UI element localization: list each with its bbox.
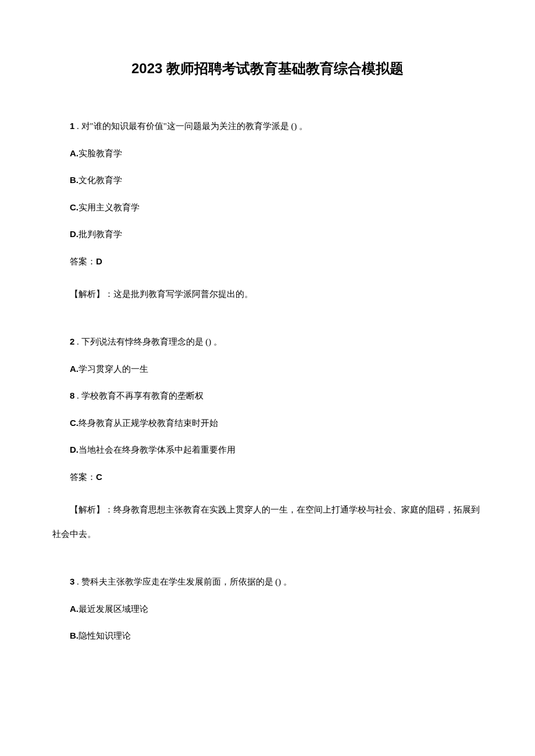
q2-stem: 2 . 下列说法有悖终身教育理念的是 () 。 xyxy=(52,335,483,349)
q2-answer-letter: C xyxy=(96,472,102,482)
q2-explanation: 【解析】：终身教育思想主张教育在实践上贯穿人的一生，在空间上打通学校与社会、家庭… xyxy=(52,497,483,546)
q3-stem: 3 . 赞科夫主张教学应走在学生发展前面，所依据的是 () 。 xyxy=(52,575,483,589)
q1-c-text: 实用主义教育学 xyxy=(79,203,140,212)
q1-option-c: C.实用主义教育学 xyxy=(52,201,483,214)
q1-stem-text: . 对"谁的知识最有价值"这一问题最为关注的教育学派是 () 。 xyxy=(74,121,308,131)
q1-c-letter: C. xyxy=(70,202,79,212)
q1-explanation: 【解析】：这是批判教育写学派阿普尔提出的。 xyxy=(52,282,483,306)
q3-b-text: 隐性知识理论 xyxy=(79,631,131,640)
q1-answer-label: 答案： xyxy=(70,257,96,266)
q2-c-letter: C. xyxy=(70,418,79,428)
q1-d-letter: D. xyxy=(70,229,79,239)
q2-a-text: 学习贯穿人的一生 xyxy=(79,364,148,374)
q1-option-b: B.文化教育学 xyxy=(52,174,483,187)
q3-stem-text: . 赞科夫主张教学应走在学生发展前面，所依据的是 () 。 xyxy=(74,577,292,586)
q3-option-b: B.隐性知识理论 xyxy=(52,629,483,643)
q1-option-d: D.批判教育学 xyxy=(52,228,483,241)
q2-d-text: 当地社会在终身教学体系中起着重要作用 xyxy=(79,445,236,454)
q1-b-letter: B. xyxy=(70,175,79,185)
q2-a-letter: A. xyxy=(70,364,79,374)
page-title: 2023 教师招聘考试教育基础教育综合模拟题 xyxy=(52,58,483,79)
document-page: 2023 教师招聘考试教育基础教育综合模拟题 1 . 对"谁的知识最有价值"这一… xyxy=(0,0,535,691)
q1-stem: 1 . 对"谁的知识最有价值"这一问题最为关注的教育学派是 () 。 xyxy=(52,120,483,133)
q2-option-b: 8 . 学校教育不再享有教育的垄断权 xyxy=(52,389,483,403)
q1-a-letter: A. xyxy=(70,148,79,158)
q2-c-text: 终身教育从正规学校教育结束时开始 xyxy=(79,418,218,428)
q1-a-text: 实脸教育学 xyxy=(79,149,122,158)
q1-answer: 答案：D xyxy=(52,255,483,268)
q2-option-c: C.终身教育从正规学校教育结束时开始 xyxy=(52,417,483,430)
q3-a-letter: A. xyxy=(70,604,79,614)
q1-d-text: 批判教育学 xyxy=(79,230,122,239)
q1-option-a: A.实脸教育学 xyxy=(52,147,483,160)
q2-answer: 答案：C xyxy=(52,471,483,484)
q2-d-letter: D. xyxy=(70,445,79,454)
q1-answer-letter: D xyxy=(96,256,102,266)
q3-a-text: 最近发展区域理论 xyxy=(79,604,148,614)
q2-answer-label: 答案： xyxy=(70,472,96,482)
q2-option-a: A.学习贯穿人的一生 xyxy=(52,363,483,376)
q2-option-d: D.当地社会在终身教学体系中起着重要作用 xyxy=(52,443,483,457)
q2-stem-text: . 下列说法有悖终身教育理念的是 () 。 xyxy=(74,337,222,346)
q3-b-letter: B. xyxy=(70,630,79,640)
q3-option-a: A.最近发展区域理论 xyxy=(52,603,483,616)
q1-b-text: 文化教育学 xyxy=(79,175,122,185)
q2-b-text: . 学校教育不再享有教育的垄断权 xyxy=(74,391,203,400)
